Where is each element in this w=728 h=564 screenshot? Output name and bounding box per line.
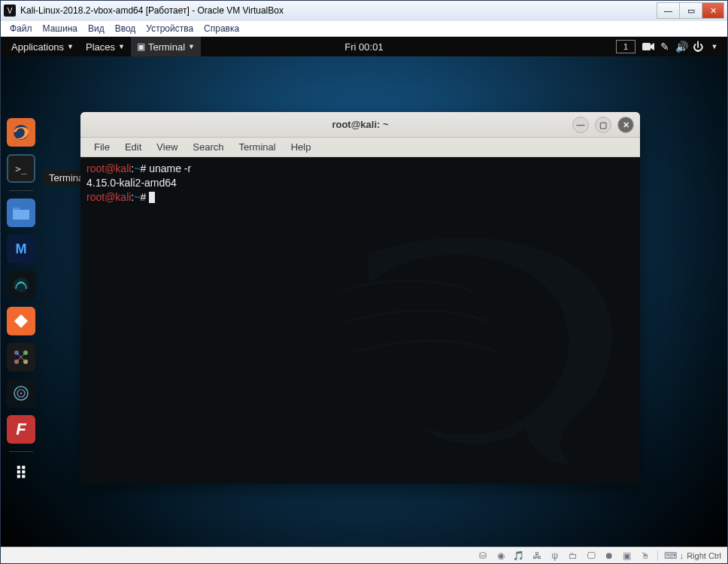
arrow-down-icon: ↓ — [680, 551, 684, 560]
virtualbox-menubar: Файл Машина Вид Ввод Устройства Справка — [1, 20, 727, 37]
prompt-at: @ — [105, 162, 115, 174]
optical-drive-icon[interactable]: ◉ — [495, 550, 507, 561]
burpsuite-launcher[interactable] — [7, 307, 35, 335]
prompt-user: root — [86, 191, 105, 203]
chevron-down-icon: ▼ — [67, 43, 74, 50]
show-applications-button[interactable]: ⠿ — [7, 459, 35, 488]
host-key-indicator[interactable]: ⌨ ↓ Right Ctrl — [657, 550, 721, 561]
cpu-icon[interactable]: ▣ — [621, 550, 633, 561]
svg-rect-0 — [642, 43, 651, 50]
menu-view[interactable]: Вид — [83, 22, 109, 35]
terminal-title: root@kali: ~ — [332, 119, 388, 130]
virtualbox-titlebar[interactable]: V Kali-Linux-2018.2-vbox-amd64 [Работает… — [1, 1, 727, 20]
chevron-down-icon: ▼ — [188, 43, 195, 50]
svg-point-3 — [14, 277, 29, 293]
accessibility-icon[interactable]: ✎ — [657, 41, 673, 53]
dock-separator — [9, 190, 33, 191]
usb-icon[interactable]: ψ — [549, 550, 561, 561]
menu-file[interactable]: Файл — [5, 22, 37, 35]
terminal-body[interactable]: root@kali:~# uname -r 4.15.0-kali2-amd64… — [80, 157, 640, 484]
power-icon[interactable]: ⏻ — [690, 41, 706, 53]
record-screen-icon[interactable] — [640, 42, 657, 51]
firefox-launcher[interactable] — [7, 118, 35, 147]
terminal-launcher[interactable]: >_ — [7, 154, 35, 183]
command-text: uname -r — [149, 162, 191, 174]
command-output: 4.15.0-kali2-amd64 — [86, 177, 177, 189]
places-menu[interactable]: Places ▼ — [80, 37, 131, 56]
terminal-menu-terminal[interactable]: Terminal — [233, 140, 282, 154]
terminal-minimize-button[interactable]: — — [572, 117, 589, 133]
display-icon[interactable]: 🖵 — [585, 550, 597, 561]
terminal-titlebar[interactable]: root@kali: ~ — ▢ ✕ — [80, 112, 640, 138]
terminal-menu-view[interactable]: View — [150, 140, 184, 154]
files-launcher[interactable] — [7, 199, 35, 227]
minimize-button[interactable]: — — [657, 2, 679, 19]
terminal-menubar: File Edit View Search Terminal Help — [80, 138, 640, 157]
window-title: Kali-Linux-2018.2-vbox-amd64 [Работает] … — [20, 5, 657, 16]
maltego-launcher[interactable] — [7, 343, 35, 371]
virtualbox-icon: V — [4, 5, 16, 17]
chevron-down-icon[interactable]: ▼ — [706, 43, 723, 50]
terminal-menu-file[interactable]: File — [88, 140, 116, 154]
applications-label: Applications — [11, 41, 64, 53]
audio-icon[interactable]: 🎵 — [513, 550, 525, 561]
dock-separator — [9, 451, 33, 452]
faraday-launcher[interactable]: F — [7, 415, 35, 444]
cursor — [149, 192, 155, 203]
hard-disk-icon[interactable]: ⛁ — [477, 550, 489, 561]
favorites-dock: >_ M F ⠿ — [4, 118, 38, 488]
gnome-top-panel: Applications ▼ Places ▼ ▣ Terminal ▼ Fri… — [1, 37, 727, 56]
terminal-menu-help[interactable]: Help — [285, 140, 317, 154]
terminal-close-button[interactable]: ✕ — [617, 117, 634, 133]
armitage-launcher[interactable] — [7, 271, 35, 299]
prompt-at: @ — [105, 191, 115, 203]
prompt-hash: # — [140, 162, 149, 174]
terminal-taskbar-item[interactable]: ▣ Terminal ▼ — [131, 37, 201, 56]
terminal-maximize-button[interactable]: ▢ — [595, 117, 611, 133]
volume-icon[interactable]: 🔊 — [673, 41, 690, 53]
virtualbox-statusbar: ⛁ ◉ 🎵 🖧 ψ 🗀 🖵 ⏺ ▣ 🖱 ⌨ ↓ Right Ctrl — [1, 547, 727, 563]
close-button[interactable]: ✕ — [702, 2, 724, 19]
host-key-label: Right Ctrl — [687, 551, 721, 560]
prompt-user: root — [86, 162, 105, 174]
mouse-integration-icon[interactable]: 🖱 — [639, 550, 651, 561]
menu-input[interactable]: Ввод — [111, 22, 141, 35]
kali-dragon-watermark — [294, 210, 610, 481]
vm-display[interactable]: Applications ▼ Places ▼ ▣ Terminal ▼ Fri… — [1, 37, 727, 547]
terminal-menu-edit[interactable]: Edit — [119, 140, 147, 154]
shared-folders-icon[interactable]: 🗀 — [567, 550, 579, 561]
clock[interactable]: Fri 00:01 — [344, 41, 383, 53]
terminal-taskbar-label: Terminal — [148, 41, 185, 53]
prompt-host: kali — [115, 162, 131, 174]
workspace-indicator[interactable]: 1 — [616, 40, 635, 53]
menu-devices[interactable]: Устройства — [141, 22, 198, 35]
applications-menu[interactable]: Applications ▼ — [5, 37, 80, 56]
terminal-menu-search[interactable]: Search — [187, 140, 229, 154]
terminal-window: root@kali: ~ — ▢ ✕ File Edit View Search… — [80, 112, 640, 484]
menu-help[interactable]: Справка — [199, 22, 244, 35]
svg-rect-2 — [13, 210, 29, 220]
prompt-hash: # — [140, 191, 149, 203]
virtualbox-window: V Kali-Linux-2018.2-vbox-amd64 [Работает… — [0, 0, 728, 564]
metasploit-launcher[interactable]: M — [7, 235, 35, 263]
chevron-down-icon: ▼ — [118, 43, 125, 50]
prompt-host: kali — [115, 191, 131, 203]
places-label: Places — [86, 41, 115, 53]
svg-point-10 — [20, 393, 23, 395]
menu-machine[interactable]: Машина — [38, 22, 82, 35]
network-icon[interactable]: 🖧 — [531, 550, 543, 561]
maximize-button[interactable]: ▭ — [679, 2, 702, 19]
terminal-icon: ▣ — [137, 41, 145, 52]
keyboard-icon: ⌨ — [664, 550, 677, 561]
zenmap-launcher[interactable] — [7, 379, 35, 408]
recording-icon[interactable]: ⏺ — [603, 550, 615, 561]
